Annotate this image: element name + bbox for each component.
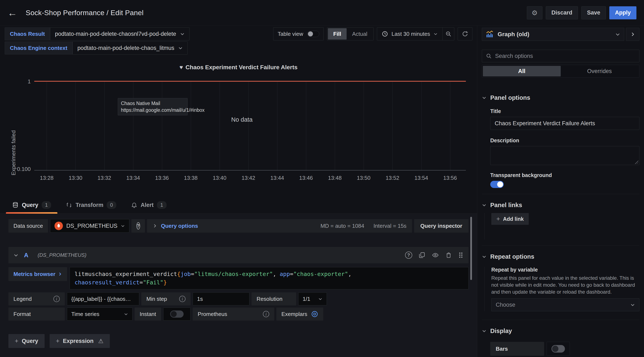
table-view-switch[interactable] — [307, 31, 319, 37]
plot-area[interactable] — [34, 81, 466, 171]
tab-transform[interactable]: Transform 0 — [60, 197, 122, 213]
section-display[interactable]: Display — [482, 326, 639, 336]
panel-title-text: Chaos Experiment Verdict Failure Alerts — [186, 64, 298, 71]
x-tick: 13:48 — [320, 175, 350, 181]
section-panel-options[interactable]: Panel options — [482, 93, 639, 103]
page-title: Sock-Shop Performance / Edit Panel — [26, 9, 144, 17]
bars-toggle[interactable] — [546, 342, 570, 356]
add-expression-button[interactable]: + Expression ⚠ — [50, 334, 110, 348]
help-icon: ? — [136, 222, 140, 229]
filter-tab-overrides[interactable]: Overrides — [561, 66, 638, 76]
resolution-value: 1/1 — [303, 296, 310, 302]
data-source-picker[interactable]: DS_PROMETHEUS — [50, 219, 129, 233]
legend-input-field[interactable] — [71, 296, 135, 302]
promql-editor[interactable]: litmuschaos_experiment_verdict{job="litm… — [70, 267, 468, 289]
chevron-down-icon — [178, 46, 183, 50]
trash-icon[interactable] — [446, 252, 452, 258]
query-inspector-button[interactable]: Query inspector — [414, 219, 468, 233]
visualization-row: Graph (old) — [482, 28, 639, 41]
gridline — [450, 81, 450, 170]
bars-label: Bars — [490, 342, 544, 356]
back-arrow-icon[interactable]: ← — [8, 8, 17, 18]
x-tick: 13:54 — [406, 175, 436, 181]
tab-query[interactable]: Query 1 — [6, 197, 58, 213]
gear-icon[interactable]: ⚙ — [527, 6, 542, 19]
metrics-browser-button[interactable]: Metrics browser — [8, 267, 67, 281]
x-tick: 13:34 — [118, 175, 148, 181]
chevron-down-icon — [482, 95, 486, 100]
min-step-input-field[interactable] — [197, 296, 245, 302]
save-button[interactable]: Save — [581, 6, 606, 19]
header-actions: ⚙ Discard Save Apply — [527, 6, 636, 19]
query-options-row-2: Format Time series Instant — [8, 307, 468, 320]
visualization-picker[interactable]: Graph (old) — [482, 28, 624, 41]
panel-title: ♥Chaos Experiment Verdict Failure Alerts — [0, 64, 477, 71]
duplicate-icon[interactable] — [418, 252, 425, 258]
add-query-label: Query — [22, 338, 38, 344]
query-options-bar[interactable]: Query options MD = auto = 1084 Interval … — [147, 219, 412, 233]
variable-value-dropdown[interactable]: podtato-main-pod-delete-chaosnl7vd-pod-d… — [50, 27, 189, 41]
resolution-select[interactable]: 1/1 — [298, 292, 327, 305]
legend-label-box: Legend i — [8, 292, 65, 305]
format-select[interactable]: Time series — [67, 307, 132, 320]
options-search[interactable]: Search options — [482, 50, 639, 62]
bars-switch[interactable] — [552, 345, 565, 352]
zoom-out-button[interactable] — [442, 28, 454, 40]
chevron-down-icon — [615, 32, 620, 37]
eye-icon[interactable] — [432, 252, 439, 258]
query-card-a: A (DS_PROMETHEUS) ? Metrics browser — [8, 247, 468, 320]
instant-toggle[interactable] — [163, 307, 190, 320]
exemplars-box[interactable]: Exemplars — [276, 307, 323, 320]
query-help-icon[interactable]: ? — [405, 251, 412, 259]
refresh-button[interactable] — [458, 27, 472, 41]
resize-handle-icon[interactable] — [635, 161, 638, 164]
discard-button[interactable]: Discard — [546, 6, 578, 19]
instant-switch[interactable] — [170, 310, 184, 318]
prometheus-type-label: Prometheus — [198, 311, 227, 317]
section-title: Panel options — [490, 94, 530, 101]
fill-option[interactable]: Fill — [328, 28, 347, 40]
search-icon — [486, 53, 492, 59]
query-action-icons: ? — [405, 251, 464, 259]
tab-alert-count: 1 — [157, 201, 166, 209]
chevron-down-icon — [318, 297, 322, 301]
drag-handle-icon[interactable] — [458, 252, 464, 258]
description-field-label: Description — [490, 137, 639, 144]
instant-label: Instant — [140, 311, 156, 317]
section-repeat-options[interactable]: Repeat options — [482, 251, 639, 262]
repeat-by-variable-label: Repeat by variable — [491, 267, 639, 273]
time-range-picker[interactable]: Last 30 minutes — [377, 28, 442, 40]
max-datapoints-value: MD = auto = 1084 — [320, 223, 364, 229]
title-input-field[interactable] — [495, 120, 635, 127]
transparent-background-toggle[interactable] — [490, 181, 504, 188]
section-panel-links[interactable]: Panel links — [482, 200, 639, 210]
gridline — [392, 81, 393, 170]
apply-button[interactable]: Apply — [609, 6, 636, 19]
options-filter-tabs: All Overrides — [482, 65, 639, 78]
add-link-button[interactable]: + Add link — [491, 213, 529, 225]
chevron-down-icon — [434, 32, 438, 36]
table-view-toggle[interactable]: Table view — [273, 27, 324, 41]
title-input[interactable] — [490, 117, 639, 130]
query-options-label: Query options — [161, 223, 198, 229]
info-icon: i — [263, 311, 269, 317]
min-step-input[interactable] — [193, 292, 250, 305]
data-source-help-button[interactable]: ? — [132, 219, 145, 233]
filter-tab-all[interactable]: All — [483, 66, 561, 76]
legend-input[interactable] — [67, 292, 139, 305]
chevron-down-icon — [630, 302, 635, 307]
description-textarea[interactable] — [490, 146, 639, 165]
collapse-pane-button[interactable] — [626, 28, 639, 41]
collapse-chevron-icon[interactable] — [14, 253, 18, 258]
legend-label: Legend — [14, 296, 32, 302]
vertical-scrollbar[interactable] — [470, 217, 472, 280]
query-options-stats: MD = auto = 1084 Interval = 15s — [320, 223, 406, 229]
exemplars-toggle-icon[interactable] — [311, 310, 318, 318]
x-tick: 13:44 — [262, 175, 292, 181]
repeat-variable-select[interactable]: Choose — [491, 298, 639, 311]
add-query-button[interactable]: + Query — [8, 334, 44, 348]
tab-alert[interactable]: Alert 1 — [125, 197, 173, 213]
actual-option[interactable]: Actual — [346, 28, 373, 40]
annotation-tooltip: Chaos Native Mail https://mail.google.co… — [118, 98, 188, 115]
variable-value-dropdown[interactable]: podtato-main-pod-delete-chaos_litmus — [72, 42, 188, 55]
